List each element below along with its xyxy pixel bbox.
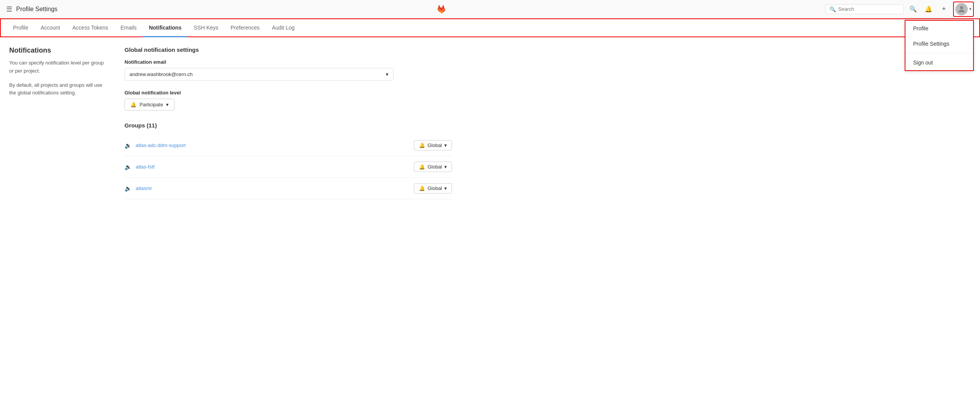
sidebar: Notifications You can specify notificati… [9, 46, 109, 199]
navbar-right: 🔍 🔍 🔔 + ▾ Profile Profile Settings [825, 2, 974, 17]
group-row-2: 🔉 atlasml 🔔 Global ▾ [125, 178, 452, 199]
dropdown-item-profile-settings[interactable]: Profile Settings [905, 36, 973, 51]
dropdown-item-profile[interactable]: Profile [905, 21, 973, 36]
level-label: Global notification level [125, 90, 452, 96]
email-field-group: Notification email andrew.washbrook@cern… [125, 59, 452, 81]
dropdown-item-sign-out[interactable]: Sign out [905, 55, 973, 70]
navbar: ☰ Profile Settings 🔍 🔍 🔔 + [0, 0, 980, 18]
tab-audit-log[interactable]: Audit Log [266, 19, 301, 37]
tab-ssh-keys[interactable]: SSH Keys [188, 19, 224, 37]
search-box[interactable]: 🔍 [825, 4, 904, 14]
avatar [955, 3, 968, 15]
navbar-left: ☰ Profile Settings [6, 5, 58, 13]
group-row-0: 🔉 atlas-adc-ddm-support 🔔 Global ▾ [125, 135, 452, 156]
chevron-down-icon: ▾ [969, 7, 972, 12]
search-icon: 🔍 [829, 6, 836, 12]
tab-emails[interactable]: Emails [114, 19, 143, 37]
sidebar-title: Notifications [9, 46, 109, 55]
search-input[interactable] [838, 6, 900, 12]
email-select[interactable]: andrew.washbrook@cern.ch ▾ [125, 68, 394, 81]
user-menu-wrapper: ▾ Profile Profile Settings Sign out [953, 2, 974, 17]
hamburger-icon[interactable]: ☰ [6, 5, 12, 13]
email-chevron-icon: ▾ [386, 71, 389, 77]
email-value: andrew.washbrook@cern.ch [130, 71, 193, 77]
user-avatar-btn[interactable]: ▾ [953, 2, 974, 17]
tab-access-tokens[interactable]: Access Tokens [66, 19, 114, 37]
global-label-1: Global [427, 164, 442, 170]
bell-global-icon-1: 🔔 [419, 164, 425, 170]
tab-profile[interactable]: Profile [7, 19, 35, 37]
level-field-group: Global notification level 🔔 Participate … [125, 90, 452, 111]
search-icon-btn[interactable]: 🔍 [907, 3, 919, 15]
sound-icon-1: 🔉 [125, 164, 132, 170]
group-link-0[interactable]: atlas-adc-ddm-support [136, 142, 186, 148]
group-left-1: 🔉 atlas-fstf [125, 164, 154, 170]
plus-icon-btn[interactable]: + [938, 3, 950, 15]
navbar-center [58, 2, 825, 16]
sound-icon-0: 🔉 [125, 142, 132, 149]
participate-button[interactable]: 🔔 Participate ▾ [125, 99, 174, 111]
svg-point-0 [960, 6, 963, 9]
global-chevron-icon-0: ▾ [444, 142, 447, 148]
tab-account[interactable]: Account [35, 19, 66, 37]
sidebar-desc-2: By default, all projects and groups will… [9, 81, 109, 98]
main-layout: Notifications You can specify notificati… [0, 37, 461, 208]
bell-global-icon-0: 🔔 [419, 142, 425, 148]
sound-icon-2: 🔉 [125, 185, 132, 192]
section-title: Global notification settings [125, 46, 452, 53]
user-dropdown-menu: Profile Profile Settings Sign out [905, 20, 974, 71]
group-link-2[interactable]: atlasml [136, 185, 151, 191]
bell-global-icon-2: 🔔 [419, 185, 425, 191]
page-title: Profile Settings [16, 6, 58, 13]
tab-bar: Profile Account Access Tokens Emails Not… [0, 18, 980, 37]
groups-title: Groups (11) [125, 122, 452, 129]
group-left-0: 🔉 atlas-adc-ddm-support [125, 142, 186, 149]
global-label-0: Global [427, 142, 442, 148]
tab-preferences[interactable]: Preferences [224, 19, 266, 37]
email-label: Notification email [125, 59, 452, 65]
global-btn-2[interactable]: 🔔 Global ▾ [414, 183, 452, 193]
global-label-2: Global [427, 185, 442, 191]
gitlab-logo[interactable] [434, 2, 448, 16]
groups-section: Groups (11) 🔉 atlas-adc-ddm-support 🔔 Gl… [125, 122, 452, 199]
group-row-1: 🔉 atlas-fstf 🔔 Global ▾ [125, 156, 452, 178]
global-btn-1[interactable]: 🔔 Global ▾ [414, 162, 452, 172]
participate-chevron-icon: ▾ [166, 102, 169, 107]
tab-notifications[interactable]: Notifications [143, 19, 188, 37]
global-chevron-icon-1: ▾ [444, 164, 447, 170]
global-chevron-icon-2: ▾ [444, 185, 447, 191]
group-link-1[interactable]: atlas-fstf [136, 164, 154, 170]
group-left-2: 🔉 atlasml [125, 185, 151, 192]
sidebar-desc-1: You can specify notification level per g… [9, 59, 109, 75]
global-btn-0[interactable]: 🔔 Global ▾ [414, 140, 452, 150]
dropdown-divider [905, 53, 973, 53]
bell-icon-btn[interactable]: 🔔 [922, 3, 935, 15]
participate-label: Participate [140, 102, 163, 107]
bell-participate-icon: 🔔 [130, 102, 136, 107]
content-panel: Global notification settings Notificatio… [125, 46, 452, 199]
